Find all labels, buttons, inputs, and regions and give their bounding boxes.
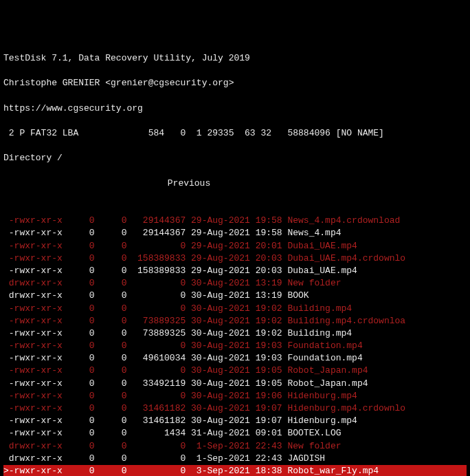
- list-item[interactable]: >-rwxr-xr-x 0 0 0 3-Sep-2021 18:38 Robot…: [3, 465, 467, 476]
- list-item[interactable]: -rwxr-xr-x 0 0 158389833 29-Aug-2021 20:…: [3, 265, 467, 277]
- list-item[interactable]: -rwxr-xr-x 0 0 0 30-Aug-2021 19:05 Robot…: [3, 365, 467, 377]
- list-item[interactable]: -rwxr-xr-x 0 0 29144367 29-Aug-2021 19:5…: [3, 215, 467, 227]
- app-title: TestDisk 7.1, Data Recovery Utility, Jul…: [3, 52, 467, 65]
- list-item[interactable]: -rwxr-xr-x 0 0 33492119 30-Aug-2021 19:0…: [3, 378, 467, 390]
- list-item[interactable]: -rwxr-xr-x 0 0 31461182 30-Aug-2021 19:0…: [3, 402, 467, 415]
- list-item[interactable]: -rwxr-xr-x 0 0 31461182 30-Aug-2021 19:0…: [3, 415, 467, 427]
- list-item[interactable]: drwxr-xr-x 0 0 0 1-Sep-2021 22:43 JAGDIS…: [3, 453, 467, 465]
- file-listing: -rwxr-xr-x 0 0 29144367 29-Aug-2021 19:5…: [3, 215, 467, 476]
- directory-path: Directory /: [3, 152, 467, 164]
- nav-previous[interactable]: Previous: [3, 177, 467, 190]
- list-item[interactable]: -rwxr-xr-x 0 0 29144367 29-Aug-2021 19:5…: [3, 227, 467, 239]
- list-item[interactable]: -rwxr-xr-x 0 0 158389833 29-Aug-2021 20:…: [3, 252, 467, 265]
- author-line: Christophe GRENIER <grenier@cgsecurity.o…: [3, 77, 467, 89]
- list-item[interactable]: -rwxr-xr-x 0 0 1434 31-Aug-2021 09:01 BO…: [3, 427, 467, 440]
- list-item[interactable]: -rwxr-xr-x 0 0 0 29-Aug-2021 20:01 Dubai…: [3, 240, 467, 252]
- list-item[interactable]: drwxr-xr-x 0 0 0 30-Aug-2021 13:19 New f…: [3, 277, 467, 290]
- list-item[interactable]: -rwxr-xr-x 0 0 0 30-Aug-2021 19:02 Build…: [3, 303, 467, 315]
- partition-info: 2 P FAT32 LBA 584 0 1 29335 63 32 588840…: [3, 127, 467, 140]
- list-item[interactable]: -rwxr-xr-x 0 0 49610034 30-Aug-2021 19:0…: [3, 352, 467, 365]
- list-item[interactable]: -rwxr-xr-x 0 0 0 30-Aug-2021 19:06 Hiden…: [3, 390, 467, 402]
- list-item[interactable]: -rwxr-xr-x 0 0 73889325 30-Aug-2021 19:0…: [3, 327, 467, 340]
- url-line: https://www.cgsecurity.org: [3, 102, 467, 115]
- list-item[interactable]: -rwxr-xr-x 0 0 0 30-Aug-2021 19:03 Found…: [3, 340, 467, 352]
- list-item[interactable]: drwxr-xr-x 0 0 0 30-Aug-2021 13:19 BOOK: [3, 290, 467, 302]
- list-item[interactable]: drwxr-xr-x 0 0 0 1-Sep-2021 22:43 New fo…: [3, 440, 467, 453]
- list-item[interactable]: -rwxr-xr-x 0 0 73889325 30-Aug-2021 19:0…: [3, 315, 467, 327]
